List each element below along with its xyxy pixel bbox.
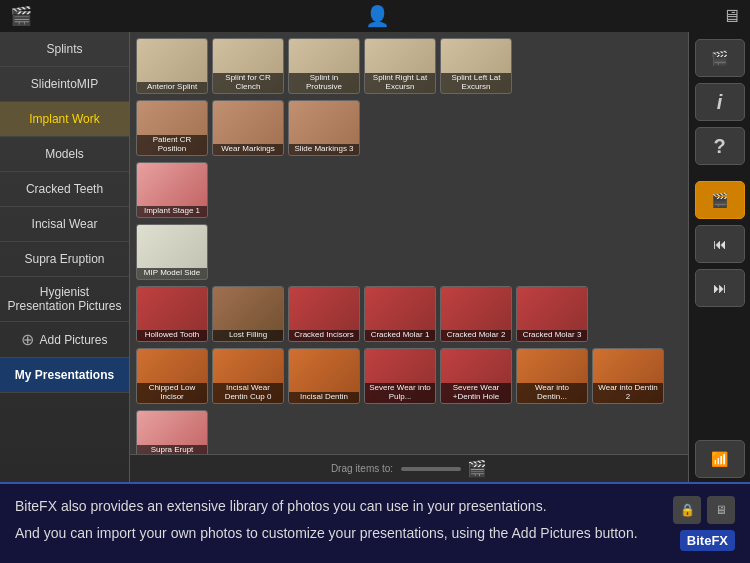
thumb-wear-dentin2[interactable]: Wear into Dentin 2	[592, 348, 664, 404]
person-icon[interactable]: 👤	[365, 4, 390, 28]
film-icon[interactable]: 🎬	[10, 5, 32, 27]
signal-icon: 📶	[711, 451, 728, 467]
prev-icon: ⏮	[713, 236, 727, 252]
thumb-cracked-molar3[interactable]: Cracked Molar 3	[516, 286, 588, 342]
thumb-splint-left[interactable]: Splint Left Lat Excursn	[440, 38, 512, 94]
bottom-text-line2: And you can import your own photos to cu…	[15, 523, 658, 544]
orange-film-button[interactable]: 🎬	[695, 181, 745, 219]
thumb-label: Patient CR Position	[137, 135, 207, 155]
drag-area: Drag items to: 🎬	[130, 454, 688, 482]
sidebar-item-hygienist[interactable]: Hygienist Presentation Pictures	[0, 277, 129, 322]
screen-icon[interactable]: 🖥	[722, 6, 740, 27]
thumb-label: Splint Right Lat Excursn	[365, 73, 435, 93]
thumb-splint-right[interactable]: Splint Right Lat Excursn	[364, 38, 436, 94]
thumb-label: Severe Wear into Pulp...	[365, 383, 435, 403]
incisal-wear-row: Chipped Low Incisor Incisal Wear Dentin …	[134, 346, 684, 406]
right-panel: 🎬 i ? 🎬 ⏮ ⏭ 📶	[688, 32, 750, 482]
thumb-label: MIP Model Side	[137, 268, 207, 279]
slideintomip-row: Patient CR Position Wear Markings Slide …	[134, 98, 684, 158]
cracked-teeth-row: Hollowed Tooth Lost Filling Cracked Inci…	[134, 284, 684, 344]
thumb-lost-filling[interactable]: Lost Filling	[212, 286, 284, 342]
sidebar-item-cracked-teeth[interactable]: Cracked Teeth	[0, 172, 129, 207]
thumb-label: Splint Left Lat Excursn	[441, 73, 511, 93]
sidebar: Splints SlideintoMIP Implant Work Models…	[0, 32, 130, 482]
film-button[interactable]: 🎬	[695, 39, 745, 77]
thumb-label: Incisal Wear Dentin Cup 0	[213, 383, 283, 403]
thumb-cracked-molar2[interactable]: Cracked Molar 2	[440, 286, 512, 342]
bottom-icons-area: 🔒 🖥 BiteFX	[673, 496, 735, 551]
thumb-label: Hollowed Tooth	[137, 330, 207, 341]
thumb-label: Supra Erupt Anteriors	[137, 445, 207, 454]
thumb-hollowed-tooth[interactable]: Hollowed Tooth	[136, 286, 208, 342]
sidebar-item-my-presentations[interactable]: My Presentations	[0, 358, 129, 393]
thumb-severe-wear-pulp[interactable]: Severe Wear into Pulp...	[364, 348, 436, 404]
thumb-label: Wear into Dentin 2	[593, 383, 663, 403]
next-button[interactable]: ⏭	[695, 269, 745, 307]
question-button[interactable]: ?	[695, 127, 745, 165]
add-icon: ⊕	[21, 330, 34, 349]
sidebar-item-incisal-wear[interactable]: Incisal Wear	[0, 207, 129, 242]
info-button[interactable]: i	[695, 83, 745, 121]
thumb-label: Splint for CR Clench	[213, 73, 283, 93]
thumb-label: Cracked Molar 1	[365, 330, 435, 341]
thumb-incisal-dentin[interactable]: Incisal Dentin	[288, 348, 360, 404]
thumb-splint-cr[interactable]: Splint for CR Clench	[212, 38, 284, 94]
sidebar-item-splints[interactable]: Splints	[0, 32, 129, 67]
thumb-label: Anterior Splint	[137, 82, 207, 93]
signal-button[interactable]: 📶	[695, 440, 745, 478]
question-label: ?	[713, 135, 725, 158]
screen-icon-bottom: 🖥	[707, 496, 735, 524]
thumb-label: Wear into Dentin...	[517, 383, 587, 403]
thumb-label: Lost Filling	[213, 330, 283, 341]
implant-row: Implant Stage 1	[134, 160, 684, 220]
thumb-label: Cracked Molar 3	[517, 330, 587, 341]
thumb-patient-cr[interactable]: Patient CR Position	[136, 100, 208, 156]
thumb-label: Splint in Protrusive	[289, 73, 359, 93]
thumb-supra-eruption[interactable]: Supra Erupt Anteriors	[136, 410, 208, 454]
thumb-anterior-splint[interactable]: Anterior Splint	[136, 38, 208, 94]
thumb-label: Incisal Dentin	[289, 392, 359, 403]
info-label: i	[717, 91, 723, 114]
thumb-label: Cracked Incisors	[289, 330, 359, 341]
thumb-wear-dentin1[interactable]: Wear into Dentin...	[516, 348, 588, 404]
models-row: MIP Model Side	[134, 222, 684, 282]
drag-text: Drag items to:	[331, 463, 393, 474]
thumb-cracked-molar1[interactable]: Cracked Molar 1	[364, 286, 436, 342]
thumb-splint-protrusive[interactable]: Splint in Protrusive	[288, 38, 360, 94]
film-add-icon: 🎬	[467, 459, 487, 478]
thumb-label: Wear Markings	[213, 144, 283, 155]
film-icon-right: 🎬	[711, 50, 728, 66]
thumb-slide-markings[interactable]: Slide Markings 3	[288, 100, 360, 156]
bottom-icon-row-2: BiteFX	[680, 530, 735, 551]
thumb-incisal-dentin-cup[interactable]: Incisal Wear Dentin Cup 0	[212, 348, 284, 404]
sidebar-item-slideintomip[interactable]: SlideintoMIP	[0, 67, 129, 102]
thumb-label: Implant Stage 1	[137, 206, 207, 217]
prev-button[interactable]: ⏮	[695, 225, 745, 263]
top-bar: 🎬 👤 🖥	[0, 0, 750, 32]
thumb-label: Cracked Molar 2	[441, 330, 511, 341]
thumb-label: Chipped Low Incisor	[137, 383, 207, 403]
bottom-text-line1: BiteFX also provides an extensive librar…	[15, 496, 658, 517]
thumb-mip-model[interactable]: MIP Model Side	[136, 224, 208, 280]
splints-row: Anterior Splint Splint for CR Clench Spl…	[134, 36, 684, 96]
supra-row: Supra Erupt Anteriors	[134, 408, 684, 454]
bottom-icon-row-1: 🔒 🖥	[673, 496, 735, 524]
bitefx-logo: BiteFX	[680, 530, 735, 551]
sidebar-item-implant-work[interactable]: Implant Work	[0, 102, 129, 137]
main-panel: Anterior Splint Splint for CR Clench Spl…	[130, 32, 688, 482]
next-icon: ⏭	[713, 280, 727, 296]
lock-icon: 🔒	[673, 496, 701, 524]
thumb-chipped-low[interactable]: Chipped Low Incisor	[136, 348, 208, 404]
thumb-wear-markings[interactable]: Wear Markings	[212, 100, 284, 156]
sidebar-item-models[interactable]: Models	[0, 137, 129, 172]
thumb-label: Severe Wear +Dentin Hole	[441, 383, 511, 403]
drag-bar	[401, 467, 461, 471]
thumb-implant-stage1[interactable]: Implant Stage 1	[136, 162, 208, 218]
app-container: 🎬 👤 🖥 Splints SlideintoMIP Implant Work …	[0, 0, 750, 563]
content-area: Splints SlideintoMIP Implant Work Models…	[0, 32, 750, 482]
thumb-cracked-incisors[interactable]: Cracked Incisors	[288, 286, 360, 342]
thumb-severe-wear-dentin[interactable]: Severe Wear +Dentin Hole	[440, 348, 512, 404]
sidebar-item-supra-eruption[interactable]: Supra Eruption	[0, 242, 129, 277]
sidebar-item-add-pictures[interactable]: ⊕ Add Pictures	[0, 322, 129, 358]
thumb-label: Slide Markings 3	[289, 144, 359, 155]
